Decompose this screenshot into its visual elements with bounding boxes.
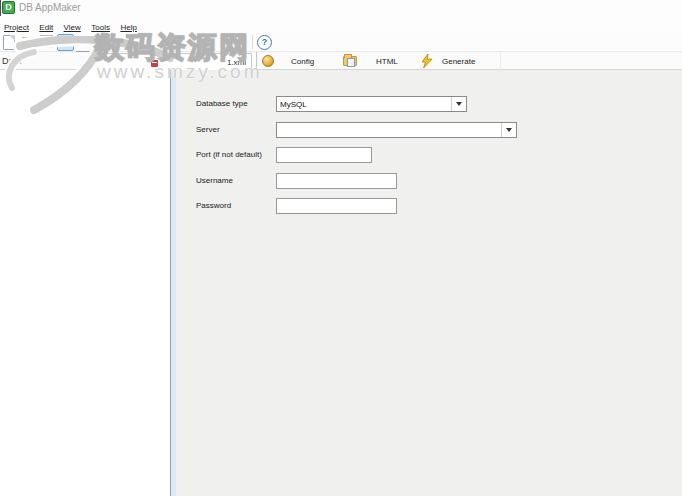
xml-document-icon xyxy=(151,57,158,67)
open-project-icon[interactable] xyxy=(22,37,37,49)
server-select[interactable] xyxy=(276,122,517,138)
config-button[interactable]: Config xyxy=(291,57,314,66)
sync-options-icon[interactable] xyxy=(57,34,74,51)
toolbar-separator xyxy=(252,35,253,49)
database-tree-panel[interactable] xyxy=(0,70,170,496)
nav-separator xyxy=(500,52,501,70)
port-label: Port (if not default) xyxy=(196,150,262,159)
toolbar-separator xyxy=(96,35,97,49)
toolbar: ? xyxy=(0,33,682,52)
password-label: Password xyxy=(196,201,231,210)
file-tab-label: 1.xml xyxy=(227,58,246,67)
menu-help[interactable]: Help xyxy=(117,20,139,34)
title-bar: D DB AppMaker xyxy=(0,0,682,16)
app-logo-icon: D xyxy=(2,1,15,14)
window-title: DB AppMaker xyxy=(19,2,81,13)
menu-edit[interactable]: Edit xyxy=(36,20,56,34)
chevron-down-icon[interactable] xyxy=(501,123,516,137)
menu-bar: Project Edit View Tools Help xyxy=(0,16,682,33)
menu-view[interactable]: View xyxy=(61,20,84,34)
menu-tools[interactable]: Tools xyxy=(88,20,113,34)
chevron-down-icon[interactable] xyxy=(451,97,466,111)
generate-button[interactable]: Generate xyxy=(442,57,475,66)
menu-project[interactable]: Project xyxy=(1,20,32,34)
password-input[interactable] xyxy=(276,198,397,214)
save-project-icon[interactable] xyxy=(40,35,53,48)
help-icon[interactable]: ? xyxy=(257,35,272,50)
database-pane-header: Data xyxy=(2,56,21,66)
port-input[interactable] xyxy=(276,147,372,163)
database-type-label: Database type xyxy=(196,99,248,108)
new-project-icon[interactable] xyxy=(3,35,15,50)
config-ball-icon[interactable] xyxy=(262,55,274,67)
database-type-value: MySQL xyxy=(277,100,451,109)
username-input[interactable] xyxy=(276,173,397,189)
sync-options-glyph xyxy=(61,38,70,47)
nav-row: Data 1.xml Config HTML Generate xyxy=(0,52,682,70)
content-area: Database type MySQL Server Port (if not … xyxy=(0,70,682,496)
nav-separator xyxy=(256,52,257,70)
database-type-select[interactable]: MySQL xyxy=(276,96,467,112)
html-button[interactable]: HTML xyxy=(376,57,398,66)
username-label: Username xyxy=(196,176,233,185)
file-tab[interactable]: 1.xml xyxy=(93,53,252,70)
html-folder-icon[interactable] xyxy=(343,56,357,66)
server-label: Server xyxy=(196,125,220,134)
connection-form-panel: Database type MySQL Server Port (if not … xyxy=(176,70,682,496)
generate-lightning-icon[interactable] xyxy=(421,54,433,68)
